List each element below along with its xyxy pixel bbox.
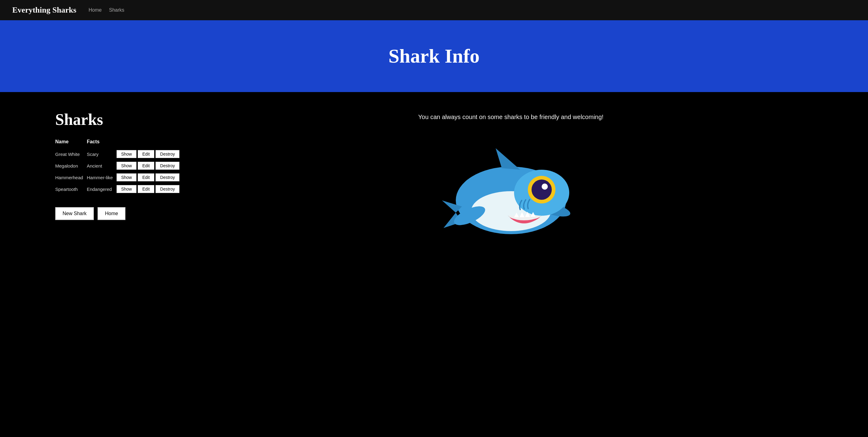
shark-edit-button[interactable]: Edit xyxy=(138,162,154,170)
shark-show-button[interactable]: Show xyxy=(117,173,136,181)
shark-show-button[interactable]: Show xyxy=(117,150,136,158)
shark-name: Hammerhead xyxy=(55,172,87,183)
navbar-links: Home Sharks xyxy=(89,7,124,13)
shark-actions: ShowEditDestroy xyxy=(117,172,184,183)
sharks-section: Sharks Name Facts Great WhiteScaryShowEd… xyxy=(55,111,184,220)
hero-banner: Shark Info xyxy=(0,20,868,92)
shark-show-button[interactable]: Show xyxy=(117,162,136,170)
table-action-buttons: New Shark Home xyxy=(55,207,184,220)
col-header-facts: Facts xyxy=(87,137,117,148)
new-shark-button[interactable]: New Shark xyxy=(55,207,94,220)
shark-edit-button[interactable]: Edit xyxy=(138,185,154,193)
table-row: MegalodonAncientShowEditDestroy xyxy=(55,160,184,172)
shark-image xyxy=(440,133,582,250)
shark-destroy-button[interactable]: Destroy xyxy=(155,173,179,181)
col-header-actions xyxy=(117,137,184,148)
shark-name: Speartooth xyxy=(55,183,87,195)
shark-facts: Ancient xyxy=(87,160,117,172)
svg-point-10 xyxy=(541,183,548,190)
navbar: Everything Sharks Home Sharks xyxy=(0,0,868,20)
nav-link-home[interactable]: Home xyxy=(89,7,102,13)
shark-edit-button[interactable]: Edit xyxy=(138,173,154,181)
shark-actions: ShowEditDestroy xyxy=(117,183,184,195)
shark-facts: Endangered xyxy=(87,183,117,195)
shark-facts: Scary xyxy=(87,148,117,160)
shark-destroy-button[interactable]: Destroy xyxy=(155,162,179,170)
svg-point-9 xyxy=(531,179,552,200)
shark-name: Megalodon xyxy=(55,160,87,172)
navbar-brand[interactable]: Everything Sharks xyxy=(12,5,76,15)
sharks-table: Name Facts Great WhiteScaryShowEditDestr… xyxy=(55,137,184,195)
shark-actions: ShowEditDestroy xyxy=(117,148,184,160)
nav-link-sharks[interactable]: Sharks xyxy=(109,7,124,13)
shark-destroy-button[interactable]: Destroy xyxy=(155,150,179,158)
hero-title: Shark Info xyxy=(12,45,856,67)
table-row: SpeartoothEndangeredShowEditDestroy xyxy=(55,183,184,195)
shark-actions: ShowEditDestroy xyxy=(117,160,184,172)
home-button[interactable]: Home xyxy=(97,207,125,220)
shark-show-button[interactable]: Show xyxy=(117,185,136,193)
shark-facts: Hammer-like xyxy=(87,172,117,183)
shark-illustration-section: You can always count on some sharks to b… xyxy=(209,111,813,250)
main-content: Sharks Name Facts Great WhiteScaryShowEd… xyxy=(0,92,868,268)
col-header-name: Name xyxy=(55,137,87,148)
table-row: HammerheadHammer-likeShowEditDestroy xyxy=(55,172,184,183)
tagline-text: You can always count on some sharks to b… xyxy=(418,114,603,121)
svg-marker-4 xyxy=(496,148,520,170)
shark-destroy-button[interactable]: Destroy xyxy=(155,185,179,193)
table-row: Great WhiteScaryShowEditDestroy xyxy=(55,148,184,160)
shark-name: Great White xyxy=(55,148,87,160)
shark-edit-button[interactable]: Edit xyxy=(138,150,154,158)
sharks-section-title: Sharks xyxy=(55,111,184,128)
